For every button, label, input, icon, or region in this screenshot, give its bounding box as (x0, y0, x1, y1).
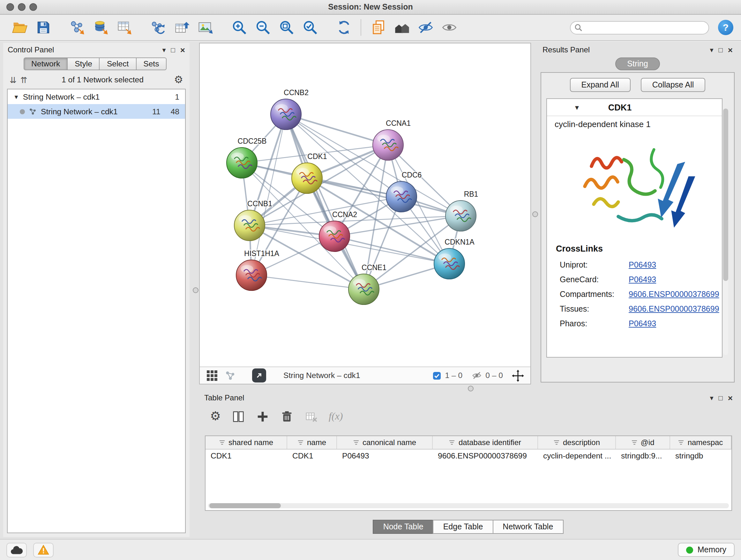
network-share-icon[interactable] (225, 370, 236, 381)
panel-float-icon[interactable]: ▾ (710, 394, 713, 401)
table-row[interactable]: CDK1 CDK1 P06493 9606.ENSP00000378699 cy… (205, 449, 731, 462)
tab-string[interactable]: String (615, 57, 660, 70)
column-header[interactable]: database identifier (433, 436, 538, 449)
zoom-in-button[interactable] (229, 17, 249, 37)
crosslinks-heading: CrossLinks (556, 244, 713, 253)
zoom-fit-button[interactable] (276, 17, 296, 37)
graphics-details-button[interactable] (439, 17, 459, 37)
warnings-button[interactable] (33, 543, 54, 557)
column-header[interactable]: shared name (205, 436, 287, 449)
save-session-button[interactable] (33, 17, 53, 37)
table-cell: CDK1 (287, 451, 337, 460)
column-header[interactable]: namespac (670, 436, 731, 449)
network-node[interactable]: RB1 (446, 190, 478, 231)
network-options-gear-icon[interactable]: ⚙ (174, 75, 183, 85)
zoom-selected-button[interactable] (300, 17, 320, 37)
vertical-splitter-handle[interactable] (193, 287, 199, 293)
crosslink-compartments-link[interactable]: 9606.ENSP00000378699 (629, 290, 719, 299)
import-table-button[interactable] (114, 17, 134, 37)
open-session-button[interactable] (10, 17, 29, 37)
collapse-all-networks-icon[interactable]: ⇈ (20, 75, 27, 84)
zoom-out-button[interactable] (253, 17, 273, 37)
results-scrollbar-thumb[interactable] (723, 109, 728, 281)
panel-float-icon[interactable]: ▾ (710, 46, 713, 53)
export-image-button[interactable] (195, 17, 215, 37)
search-icon (575, 23, 583, 32)
network-node[interactable]: CDC6 (386, 171, 421, 212)
clone-network-button[interactable] (368, 17, 388, 37)
expand-all-button[interactable]: Expand All (570, 78, 630, 92)
minimize-window-button[interactable] (18, 3, 25, 11)
function-builder-icon[interactable]: f(x) (329, 411, 343, 422)
workspace: Control Panel ▾ □ × Network Style Select… (0, 42, 741, 539)
show-columns-icon[interactable] (232, 410, 245, 423)
pan-crosshair-icon[interactable] (512, 369, 524, 381)
network-canvas[interactable]: CCNB2CCNA1CDC25BCDK1CDC6RB1CCNB1CCNA2CDK… (200, 44, 530, 367)
network-edge[interactable] (286, 114, 388, 145)
network-edge[interactable] (286, 114, 364, 289)
vertical-splitter-handle[interactable] (532, 211, 538, 217)
close-window-button[interactable] (6, 3, 14, 11)
tab-network-table[interactable]: Network Table (492, 520, 563, 534)
add-column-plus-icon[interactable] (256, 410, 269, 423)
tab-node-table[interactable]: Node Table (373, 520, 434, 534)
zoom-window-button[interactable] (29, 3, 37, 11)
import-network-database-button[interactable] (91, 17, 111, 37)
crosslink-genecard-link[interactable]: P06493 (629, 275, 656, 284)
tab-select[interactable]: Select (100, 57, 136, 70)
column-header[interactable]: description (538, 436, 616, 449)
grid-view-icon[interactable] (206, 370, 218, 381)
delete-table-icon[interactable] (305, 410, 318, 423)
open-in-browser-button[interactable] (252, 368, 266, 382)
panel-close-icon[interactable]: × (180, 46, 185, 53)
tab-network[interactable]: Network (23, 57, 68, 70)
network-collection-row[interactable]: ▼ String Network – cdk1 1 (8, 89, 185, 104)
refresh-layout-button[interactable] (334, 17, 354, 37)
panel-maximize-icon[interactable]: □ (719, 394, 723, 401)
cloud-services-button[interactable] (6, 543, 27, 557)
collection-disclosure-icon[interactable]: ▼ (13, 94, 19, 100)
panel-float-icon[interactable]: ▾ (162, 46, 165, 53)
tab-style[interactable]: Style (68, 57, 100, 70)
column-header[interactable]: name (287, 436, 337, 449)
gene-symbol: CDK1 (608, 103, 632, 112)
table-settings-gear-icon[interactable]: ⚙ (210, 411, 221, 422)
horizontal-splitter-handle[interactable] (468, 386, 474, 391)
table-horizontal-scrollbar[interactable] (208, 503, 729, 508)
network-node[interactable]: HIST1H1A (236, 249, 280, 291)
collapse-all-button[interactable]: Collapse All (641, 78, 705, 92)
panel-close-icon[interactable]: × (728, 394, 733, 401)
tab-sets[interactable]: Sets (136, 57, 166, 70)
crosslink-uniprot-link[interactable]: P06493 (629, 260, 656, 269)
expand-all-networks-icon[interactable]: ⇊ (10, 75, 17, 84)
hide-panels-button[interactable] (415, 17, 435, 37)
table-scrollbar-thumb[interactable] (209, 503, 281, 508)
selected-nodes-checkbox-icon[interactable] (433, 371, 441, 380)
network-node[interactable]: CCNB2 (271, 88, 309, 130)
memory-button[interactable]: Memory (678, 543, 735, 557)
new-network-button[interactable] (148, 17, 168, 37)
panel-close-icon[interactable]: × (728, 46, 733, 53)
panel-maximize-icon[interactable]: □ (171, 46, 175, 53)
import-network-file-button[interactable] (67, 17, 87, 37)
search-input[interactable] (570, 21, 709, 34)
results-scrollbar[interactable] (723, 109, 728, 355)
gene-disclosure-icon[interactable]: ▼ (574, 104, 580, 111)
hidden-elements-eye-icon[interactable] (471, 370, 482, 381)
network-node[interactable]: CDC25B (226, 137, 266, 178)
tab-edge-table[interactable]: Edge Table (433, 520, 493, 534)
column-header[interactable]: @id (616, 436, 670, 449)
network-node[interactable]: CDKN1A (434, 238, 475, 279)
birds-eye-button[interactable] (392, 17, 412, 37)
network-edge[interactable] (252, 275, 364, 289)
column-header[interactable]: canonical name (337, 436, 433, 449)
network-row[interactable]: String Network – cdk1 11 48 (8, 104, 185, 119)
delete-column-trash-icon[interactable] (280, 410, 293, 423)
help-button[interactable]: ? (718, 20, 733, 35)
network-node[interactable]: CCNA1 (373, 119, 411, 160)
gene-section-header[interactable]: ▼ CDK1 (547, 99, 722, 116)
crosslink-pharos-link[interactable]: P06493 (629, 319, 656, 328)
crosslink-tissues-link[interactable]: 9606.ENSP00000378699 (629, 304, 719, 313)
export-table-button[interactable] (172, 17, 192, 37)
panel-maximize-icon[interactable]: □ (719, 46, 723, 53)
